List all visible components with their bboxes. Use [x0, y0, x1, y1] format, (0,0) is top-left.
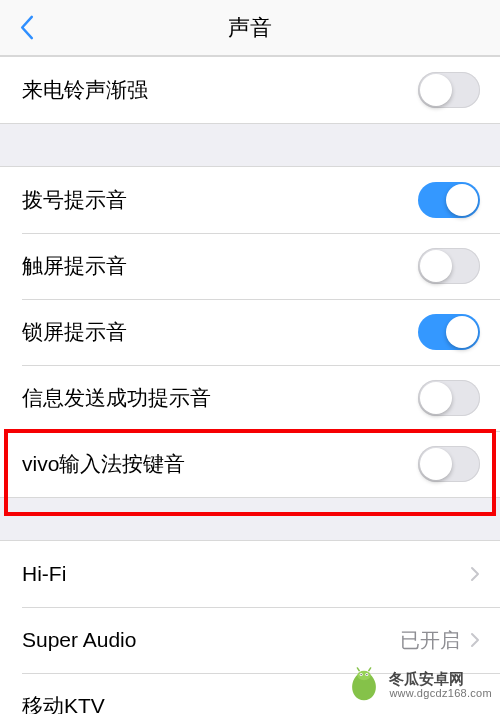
toggle-incoming-ring-fade-in[interactable]: [418, 72, 480, 108]
row-label: 触屏提示音: [22, 252, 127, 280]
row-label: Hi-Fi: [22, 562, 66, 586]
toggle-vivo-ime-key-tone[interactable]: [418, 446, 480, 482]
row-label: 信息发送成功提示音: [22, 384, 211, 412]
row-msg-sent-tone: 信息发送成功提示音: [0, 365, 500, 431]
toggle-knob: [420, 382, 452, 414]
settings-section-2: 拨号提示音 触屏提示音 锁屏提示音 信息发送成功提示音 vivo输入法按键音: [0, 166, 500, 498]
toggle-lock-tone[interactable]: [418, 314, 480, 350]
watermark: 冬瓜安卓网 www.dgcdz168.com: [345, 666, 492, 704]
svg-point-4: [367, 674, 368, 675]
svg-line-5: [358, 668, 360, 671]
toggle-knob: [420, 448, 452, 480]
watermark-logo-icon: [345, 666, 383, 704]
toggle-msg-sent-tone[interactable]: [418, 380, 480, 416]
row-touch-tone: 触屏提示音: [0, 233, 500, 299]
row-label: 拨号提示音: [22, 186, 127, 214]
toggle-touch-tone[interactable]: [418, 248, 480, 284]
toggle-dial-tone[interactable]: [418, 182, 480, 218]
header: 声音: [0, 0, 500, 56]
row-dial-tone: 拨号提示音: [0, 167, 500, 233]
toggle-knob: [420, 250, 452, 282]
toggle-knob: [446, 184, 478, 216]
chevron-right-icon: [470, 566, 480, 582]
watermark-name: 冬瓜安卓网: [389, 670, 492, 687]
row-label: 来电铃声渐强: [22, 76, 148, 104]
row-label: 锁屏提示音: [22, 318, 127, 346]
svg-point-3: [361, 674, 362, 675]
watermark-text: 冬瓜安卓网 www.dgcdz168.com: [389, 670, 492, 700]
row-label: vivo输入法按键音: [22, 450, 185, 478]
row-value: 已开启: [400, 627, 460, 654]
row-vivo-ime-key-tone: vivo输入法按键音: [0, 431, 500, 497]
chevron-left-icon: [19, 15, 35, 40]
row-lock-tone: 锁屏提示音: [0, 299, 500, 365]
row-super-audio[interactable]: Super Audio 已开启: [0, 607, 500, 673]
back-button[interactable]: [12, 13, 42, 43]
toggle-knob: [420, 74, 452, 106]
watermark-url: www.dgcdz168.com: [389, 687, 492, 700]
svg-line-6: [369, 668, 371, 671]
page-title: 声音: [228, 13, 272, 43]
settings-section-1: 来电铃声渐强: [0, 56, 500, 124]
toggle-knob: [446, 316, 478, 348]
chevron-right-icon: [470, 632, 480, 648]
row-label: 移动KTV: [22, 692, 105, 714]
row-label: Super Audio: [22, 628, 136, 652]
svg-point-0: [358, 671, 371, 681]
row-incoming-ring-fade-in: 来电铃声渐强: [0, 57, 500, 123]
row-hifi[interactable]: Hi-Fi: [0, 541, 500, 607]
